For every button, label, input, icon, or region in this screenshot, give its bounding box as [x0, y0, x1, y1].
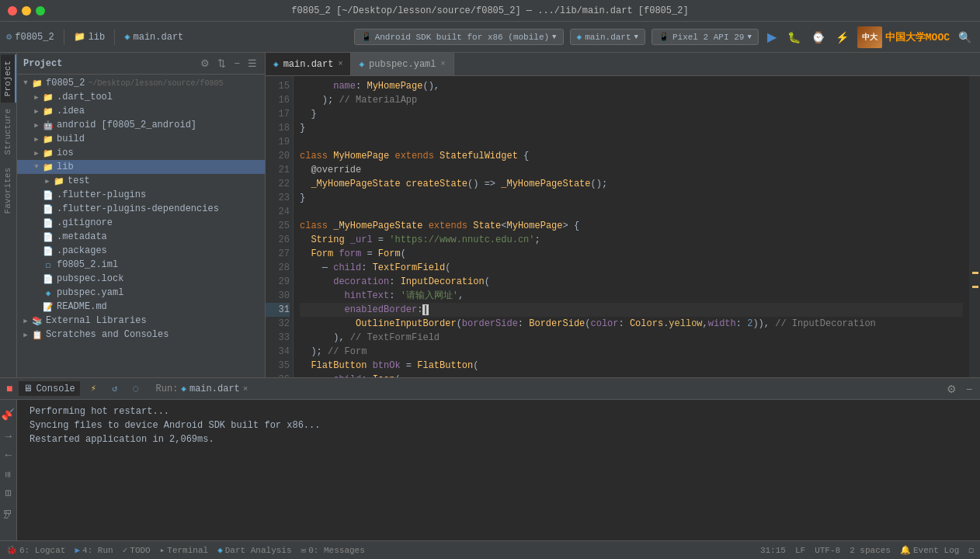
- run-close-btn[interactable]: ×: [243, 384, 248, 394]
- readme-item[interactable]: ▶ 📝 README.md: [17, 300, 265, 314]
- search-button[interactable]: 🔍: [956, 29, 974, 46]
- structure-tab[interactable]: Structure: [1, 102, 16, 161]
- el-label: External Libraries: [46, 315, 147, 326]
- sidebar-title: Project: [23, 58, 194, 69]
- android-arrow: ▶: [31, 121, 42, 130]
- position-label: 31:15: [760, 546, 786, 555]
- dart-analysis-status[interactable]: ◈ Dart Analysis: [217, 545, 291, 555]
- separator: [64, 30, 64, 45]
- favorites-tab[interactable]: Favorites: [1, 161, 16, 220]
- iml-label: f0805_2.iml: [57, 259, 118, 270]
- bottom-up-icon[interactable]: ↑: [0, 427, 17, 446]
- tree-root[interactable]: ▼ 📁 f0805_2 ~/Desktop/lesson/source/f080…: [17, 76, 265, 90]
- coverage-button[interactable]: ⚡: [833, 29, 851, 46]
- gitignore-item[interactable]: ▶ 📄 .gitignore: [17, 216, 265, 230]
- test-item[interactable]: ▶ 📁 test: [17, 174, 265, 188]
- run-button[interactable]: ▶: [765, 27, 779, 47]
- settings-icon[interactable]: ⚙: [199, 56, 211, 71]
- code-line-29: decoration: InputDecoration(: [300, 275, 963, 289]
- code-line-22: _MyHomePageState createState() => _MyHom…: [300, 177, 963, 191]
- gutter-marker-32: [972, 286, 978, 288]
- refresh-tab[interactable]: ↺: [107, 381, 122, 396]
- ios-item[interactable]: ▶ 📁 ios: [17, 146, 265, 160]
- external-libs-item[interactable]: ▶ 📚 External Libraries: [17, 314, 265, 328]
- lf-status[interactable]: LF: [795, 546, 805, 555]
- ios-arrow: ▶: [31, 149, 42, 158]
- flutter-plugins-item[interactable]: ▶ 📄 .flutter-plugins: [17, 188, 265, 202]
- bottom-print-icon[interactable]: 🖨: [0, 503, 17, 526]
- tab-pubspec-yaml[interactable]: ◈ pubspec.yaml ×: [351, 53, 454, 75]
- encoding-status[interactable]: UTF-8: [815, 546, 840, 555]
- messages-icon: ✉: [301, 545, 307, 555]
- tab-main-dart[interactable]: ◈ main.dart ×: [266, 53, 351, 75]
- collapse-icon[interactable]: −: [232, 56, 242, 71]
- meta-icon: 📄: [42, 231, 54, 243]
- lib-arrow: ▼: [31, 163, 42, 171]
- git-status[interactable]: ◻: [968, 545, 974, 555]
- project-selector[interactable]: ⚙ f0805_2: [6, 31, 54, 43]
- messages-status[interactable]: ✉ 0: Messages: [301, 545, 365, 555]
- code-line-34: ); // Form: [300, 345, 963, 359]
- output-line-2: Syncing files to device Android SDK buil…: [30, 418, 968, 432]
- tab-main-dart-close[interactable]: ×: [338, 60, 342, 68]
- lib-breadcrumb[interactable]: 📁 lib: [74, 31, 106, 43]
- bottom-list-icon[interactable]: ≡: [0, 465, 17, 484]
- sc-arrow: ▶: [20, 331, 31, 339]
- terminal-label: Terminal: [167, 546, 208, 555]
- idea-item[interactable]: ▶ 📁 .idea: [17, 104, 265, 118]
- tab-pubspec-close[interactable]: ×: [441, 60, 446, 68]
- indent-status[interactable]: 2 spaces: [850, 546, 891, 555]
- terminal-status[interactable]: ▸ Terminal: [160, 545, 208, 555]
- maximize-button[interactable]: [36, 6, 45, 16]
- close-button[interactable]: [8, 6, 17, 16]
- line-numbers: 15 16 17 18 19 20 21 22 23 24 25 26 27 2…: [266, 76, 294, 377]
- gear-icon[interactable]: ☰: [246, 56, 259, 71]
- bottom-pin-icon[interactable]: 📌: [0, 401, 17, 427]
- console-tab[interactable]: 🖥 Console: [19, 381, 79, 396]
- lib-item[interactable]: ▼ 📁 lib: [17, 160, 265, 174]
- toolbar: ⚙ f0805_2 📁 lib ◈ main.dart 📱 Android SD…: [0, 22, 980, 53]
- code-line-24: [300, 205, 963, 219]
- project-tab[interactable]: Project: [1, 54, 16, 102]
- build-item[interactable]: ▶ 📁 build: [17, 132, 265, 146]
- pubspec-yaml-item[interactable]: ▶ ◈ pubspec.yaml: [17, 286, 265, 300]
- flutter-plugins-dep-item[interactable]: ▶ 📄 .flutter-plugins-dependencies: [17, 202, 265, 216]
- event-log-status[interactable]: 🔔 Event Log: [900, 545, 959, 555]
- device-selector[interactable]: 📱 Android SDK built for x86 (mobile) ▼: [354, 29, 564, 45]
- gi-label: .gitignore: [57, 217, 113, 228]
- minimize-button[interactable]: [22, 6, 31, 16]
- gi-icon: 📄: [42, 217, 54, 229]
- pubspec-lock-item[interactable]: ▶ 📄 pubspec.lock: [17, 272, 265, 286]
- run-settings-icon[interactable]: ⚙: [945, 381, 958, 397]
- dart-tool-item[interactable]: ▶ 📁 .dart_tool: [17, 90, 265, 104]
- bottom-down-icon[interactable]: ↓: [0, 446, 17, 464]
- bottom-list2-icon[interactable]: ⊟: [0, 484, 17, 502]
- run-status[interactable]: ▶ 4: Run: [75, 545, 113, 555]
- device2-selector[interactable]: 📱 Pixel 2 API 29 ▼: [652, 29, 759, 45]
- code-content[interactable]: name: MyHomePage(), ); // MaterialApp } …: [294, 76, 969, 377]
- android-item[interactable]: ▶ 🤖 android [f0805_2_android]: [17, 118, 265, 132]
- packages-item[interactable]: ▶ 📄 .packages: [17, 244, 265, 258]
- fp-label: .flutter-plugins: [57, 189, 146, 200]
- profile-button[interactable]: ⌚: [809, 29, 827, 46]
- run-minimize-icon[interactable]: −: [964, 381, 974, 397]
- metadata-item[interactable]: ▶ 📄 .metadata: [17, 230, 265, 244]
- code-line-19: [300, 135, 963, 149]
- lightning-tab[interactable]: ⚡: [86, 381, 101, 396]
- run-config-selector[interactable]: ◈ main.dart ▼: [570, 29, 645, 45]
- debug-button[interactable]: 🐛: [785, 29, 803, 46]
- project-icon: ⚙: [6, 31, 12, 43]
- file-breadcrumb[interactable]: ◈ main.dart: [124, 31, 183, 43]
- el-icon: 📚: [31, 314, 43, 327]
- project-label: f0805_2: [15, 32, 54, 43]
- stop-button[interactable]: ■: [6, 383, 12, 395]
- editor-area: ◈ main.dart × ◈ pubspec.yaml × 15 16 17 …: [266, 53, 980, 377]
- editor-tabs: ◈ main.dart × ◈ pubspec.yaml ×: [266, 53, 980, 76]
- scratches-item[interactable]: ▶ 📋 Scratches and Consoles: [17, 328, 265, 342]
- expand-icon[interactable]: ⇅: [216, 56, 228, 71]
- todo-status[interactable]: ✓ TODO: [123, 545, 151, 555]
- event-log-icon: 🔔: [900, 545, 911, 555]
- logcat-status[interactable]: 🐞 6: Logcat: [6, 545, 65, 555]
- iml-item[interactable]: ▶ ◻ f0805_2.iml: [17, 258, 265, 272]
- loading-tab[interactable]: ◌: [128, 381, 143, 396]
